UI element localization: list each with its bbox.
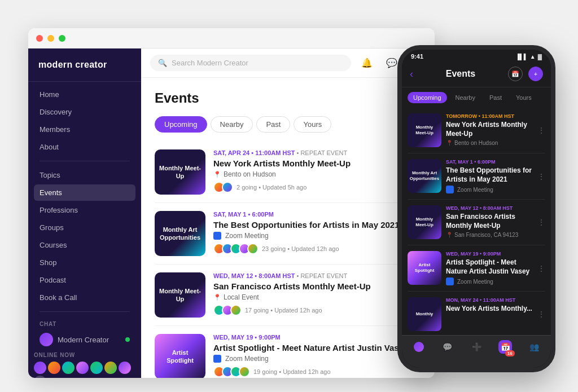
sidebar-item-book-call[interactable]: Book a Call (34, 289, 135, 306)
sidebar-item-members[interactable]: Members (34, 121, 135, 138)
online-indicator (125, 337, 130, 342)
event-date: SAT, APR 24 • 11:00AM HST • Repeat Event (213, 149, 421, 156)
event-footer: 17 going • Updated 12h ago (213, 305, 421, 316)
location-text: Bento on Hudson (224, 170, 276, 178)
attendee-avatar (230, 305, 242, 316)
back-button[interactable]: ‹ (410, 68, 413, 80)
phone-status-bar: 9:41 ▐▌▌ ▲ ▓ (402, 50, 551, 62)
phone-event-date: MON, MAY 24 • 11:00AM HST (446, 297, 533, 303)
sidebar-item-events[interactable]: Events (34, 184, 135, 201)
event-info: WED, MAY 12 • 8:00AM HST • Repeat Event … (213, 272, 421, 316)
maximize-button[interactable] (59, 35, 65, 42)
event-badge: • Repeat Event (297, 272, 348, 279)
phone-event-thumbnail: Monthly Meet-Up (408, 113, 441, 147)
sidebar-item-topics[interactable]: Topics (34, 167, 135, 183)
phone-event-card[interactable]: Monthly Art Opportunities SAT, MAY 1 • 6… (408, 153, 545, 200)
sidebar-divider-1 (40, 161, 130, 161)
phone-tab-yours[interactable]: Yours (510, 92, 537, 103)
phone-thumb-label: Monthly Art Opportunities (410, 170, 439, 182)
sidebar-item-groups[interactable]: Groups (34, 219, 135, 236)
event-card[interactable]: Monthly Meet-Up WED, MAY 12 • 8:00AM HST… (155, 265, 421, 326)
phone-nav-create[interactable]: ➕ (462, 340, 491, 361)
phone-nav-members[interactable]: 👥 (520, 340, 549, 361)
event-thumbnail: Monthly Art Opportunities (155, 211, 205, 256)
phone-event-card[interactable]: Monthly MON, MAY 24 • 11:00AM HST New Yo… (408, 292, 545, 335)
tab-yours[interactable]: Yours (294, 116, 331, 133)
sidebar-item-label: Podcast (40, 276, 66, 284)
phone-nav-home-icon (412, 340, 426, 354)
attendee-avatar (239, 366, 250, 377)
battery-icon: ▓ (538, 54, 542, 60)
main-content: 🔍 Search Modern Creator 🔔 💬 Events + (141, 49, 435, 378)
phone-header: ‹ Events 📅 + (402, 62, 551, 87)
phone-nav-events[interactable]: 📅 16 (491, 340, 520, 361)
event-thumbnail: Monthly Meet-Up (155, 149, 205, 195)
phone-more-button[interactable]: ⋮ (537, 172, 545, 181)
sidebar-item-professions[interactable]: Professions (34, 202, 135, 218)
phone-more-button[interactable]: ⋮ (537, 264, 545, 273)
phone-event-date: WED, MAY 12 • 8:00AM HST (446, 205, 533, 211)
tab-nearby[interactable]: Nearby (211, 116, 253, 133)
phone-tab-past[interactable]: Past (484, 92, 507, 103)
event-location: 📍 Local Event (213, 293, 421, 301)
event-card[interactable]: Monthly Meet-Up SAT, APR 24 • 11:00AM HS… (155, 142, 421, 203)
chat-avatar (40, 333, 53, 346)
sidebar-chat-modern-creator[interactable]: Modern Creator (34, 329, 135, 350)
phone-event-card[interactable]: Artist Spotlight WED, MAY 19 • 9:00PM Ar… (408, 245, 545, 292)
phone-nav-create-icon: ➕ (470, 340, 483, 354)
phone-add-button[interactable]: + (528, 67, 543, 81)
sidebar-item-home[interactable]: Home (34, 86, 135, 103)
phone-nav-members-icon: 👥 (527, 340, 541, 354)
minimize-button[interactable] (47, 35, 54, 42)
title-bar (28, 28, 435, 49)
event-location: Zoom Meeting (213, 355, 421, 363)
sidebar-item-label: About (40, 143, 59, 151)
phone-event-thumbnail: Monthly (408, 297, 441, 331)
phone-event-info: MON, MAY 24 • 11:00AM HST New York Artis… (446, 297, 533, 315)
phone-event-date: WED, MAY 19 • 9:00PM (446, 251, 533, 257)
notifications-icon[interactable]: 🔔 (358, 54, 376, 72)
phone-nav-home[interactable] (404, 340, 433, 361)
online-now-section: ONLINE NOW + (28, 350, 141, 378)
event-name: New York Artists Monthly Meet-Up (213, 158, 421, 168)
event-card[interactable]: Artist Spotlight WED, MAY 19 • 9:00PM Ar… (155, 326, 421, 378)
chat-section-label: CHAT (34, 318, 135, 329)
phone-event-card[interactable]: Monthly Meet-Up TOMORROW • 11:00AM HST N… (408, 108, 545, 153)
phone-calendar-icon[interactable]: 📅 (508, 67, 523, 81)
sidebar-item-discovery[interactable]: Discovery (34, 104, 135, 120)
attendee-avatars (213, 305, 242, 316)
sidebar-item-shop[interactable]: Shop (34, 254, 135, 271)
phone-tab-upcoming[interactable]: Upcoming (408, 92, 447, 103)
phone-event-name: New York Artists Monthly... (446, 305, 533, 314)
event-info: WED, MAY 19 • 9:00PM Artist Spotlight - … (213, 334, 421, 377)
event-location: Zoom Meeting (213, 232, 421, 240)
thumbnail-label: Monthly Meet-Up (158, 287, 202, 303)
phone-nav-chat[interactable]: 💬 (433, 340, 462, 361)
sidebar-item-about[interactable]: About (34, 139, 135, 155)
events-header: Events + (155, 89, 421, 107)
location-text: Zoom Meeting (225, 355, 269, 363)
event-info: SAT, APR 24 • 11:00AM HST • Repeat Event… (213, 149, 421, 193)
online-avatar (34, 362, 46, 374)
search-box[interactable]: 🔍 Search Modern Creator (150, 55, 351, 71)
page-title: Events (155, 90, 199, 106)
phone-tab-nearby[interactable]: Nearby (450, 92, 481, 103)
phone-more-button[interactable]: ⋮ (537, 126, 545, 135)
filter-tabs: Upcoming Nearby Past Yours (155, 116, 421, 133)
chat-item-label: Modern Creator (58, 336, 109, 344)
sidebar-item-label: Discovery (40, 108, 72, 116)
phone-more-button[interactable]: ⋮ (537, 218, 545, 227)
phone-location-text: Zoom Meeting (457, 187, 493, 193)
tab-past[interactable]: Past (256, 116, 290, 133)
phone-more-button[interactable]: ⋮ (537, 310, 545, 319)
event-footer: 19 going • Updated 12h ago (213, 366, 421, 377)
sidebar-item-courses[interactable]: Courses (34, 237, 135, 253)
event-card[interactable]: Monthly Art Opportunities SAT, MAY 1 • 6… (155, 203, 421, 265)
sidebar-item-podcast[interactable]: Podcast (34, 272, 135, 288)
phone-event-card[interactable]: Monthly Meet-Up WED, MAY 12 • 8:00AM HST… (408, 200, 545, 245)
tab-upcoming[interactable]: Upcoming (155, 116, 207, 133)
close-button[interactable] (36, 35, 43, 42)
event-location: 📍 Bento on Hudson (213, 170, 421, 178)
phone-location-icon: 📍 (446, 232, 453, 238)
phone-zoom-icon (446, 186, 454, 193)
